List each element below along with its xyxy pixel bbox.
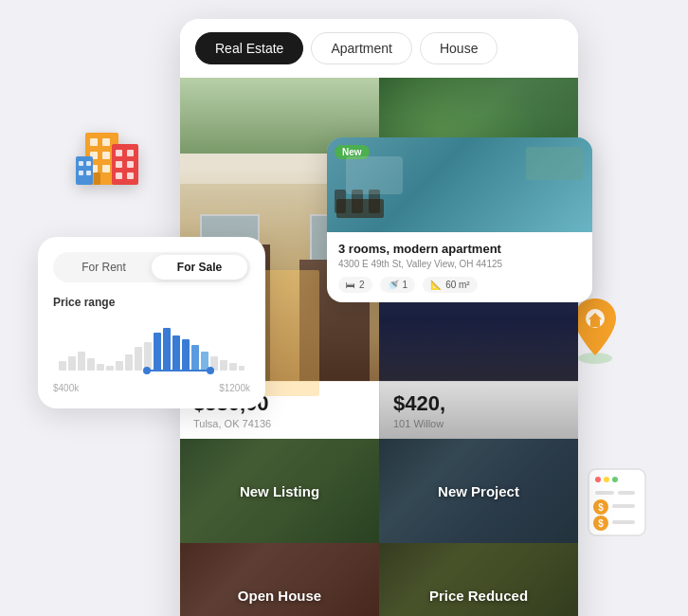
filter-tab-rent[interactable]: For Rent (56, 255, 152, 280)
bath-icon: 🚿 (388, 280, 399, 290)
svg-rect-42 (116, 361, 123, 371)
svg-rect-40 (97, 364, 104, 371)
svg-rect-48 (172, 335, 180, 371)
bath-count: 1 (403, 280, 408, 290)
svg-text:$: $ (598, 518, 604, 529)
svg-rect-13 (116, 172, 122, 179)
svg-rect-35 (612, 520, 635, 524)
price-range-label: Price range (53, 296, 250, 309)
ruler-icon: 📐 (430, 280, 442, 290)
svg-point-26 (604, 477, 609, 482)
svg-rect-36 (59, 361, 66, 371)
svg-rect-51 (201, 352, 208, 371)
feature-bed: 🛏 2 (338, 277, 372, 293)
area-value: 60 m² (445, 280, 470, 290)
category-new-project[interactable]: New Project (379, 439, 578, 543)
svg-rect-29 (618, 491, 635, 495)
feature-area: 📐 60 m² (423, 277, 478, 293)
svg-rect-1 (90, 138, 98, 146)
svg-rect-37 (68, 356, 76, 371)
svg-rect-15 (76, 156, 93, 185)
chart-label-max: $1200k (219, 383, 250, 393)
svg-rect-47 (163, 328, 171, 371)
svg-rect-28 (595, 491, 614, 495)
svg-rect-54 (229, 363, 237, 371)
svg-rect-39 (87, 358, 95, 371)
svg-rect-49 (182, 339, 190, 371)
category-new-listing[interactable]: New Listing (180, 439, 379, 543)
svg-rect-44 (135, 347, 142, 371)
svg-rect-45 (144, 342, 152, 371)
svg-rect-19 (86, 171, 91, 175)
listing-card-image: New (327, 137, 592, 232)
svg-rect-7 (94, 172, 100, 185)
svg-rect-2 (102, 138, 110, 146)
svg-rect-32 (612, 504, 635, 508)
category-label-4: Price Reduced (429, 588, 528, 604)
svg-rect-12 (127, 161, 134, 168)
svg-rect-38 (78, 352, 85, 371)
chart-labels: $400k $1200k (53, 383, 250, 393)
category-grid: New Listing New Project Open House Price… (180, 439, 578, 616)
svg-rect-46 (154, 333, 161, 371)
listing-info: 3 rooms, modern apartment 4300 E 49th St… (327, 232, 592, 302)
category-label-1: New Listing (240, 483, 319, 499)
building-icon (76, 114, 152, 202)
bed-count: 2 (359, 280, 365, 290)
category-label-3: Open House (238, 588, 321, 604)
filter-tabs: For Rent For Sale (53, 252, 250, 282)
svg-rect-10 (127, 150, 134, 156)
svg-text:$: $ (598, 502, 604, 513)
svg-rect-11 (116, 161, 122, 168)
chart-label-min: $400k (53, 383, 79, 393)
svg-point-27 (612, 477, 618, 482)
svg-rect-50 (191, 345, 199, 371)
svg-rect-4 (102, 152, 110, 159)
svg-rect-22 (590, 319, 600, 327)
svg-rect-16 (79, 161, 83, 166)
svg-rect-14 (127, 172, 134, 179)
svg-rect-41 (106, 366, 114, 371)
tab-apartment[interactable]: Apartment (311, 32, 412, 64)
svg-point-25 (595, 477, 601, 482)
filter-tab-sale[interactable]: For Sale (152, 255, 247, 280)
listing-features: 🛏 2 🚿 1 📐 60 m² (338, 277, 581, 293)
filter-card: For Rent For Sale Price range (38, 237, 265, 408)
listing-card: New 3 rooms, modern apartment 4300 E 49t… (327, 137, 592, 302)
listing-address: 4300 E 49th St, Valley View, OH 44125 (338, 259, 581, 269)
dollar-listings-icon: $ $ (584, 464, 650, 540)
listing-title: 3 rooms, modern apartment (338, 242, 581, 256)
svg-rect-17 (86, 161, 91, 166)
new-badge: New (335, 145, 370, 159)
tab-real-estate[interactable]: Real Estate (195, 32, 303, 64)
bed-icon: 🛏 (346, 280, 355, 290)
tab-house[interactable]: House (420, 32, 498, 64)
svg-rect-43 (125, 354, 133, 371)
svg-rect-55 (239, 366, 244, 371)
category-open-house[interactable]: Open House (180, 543, 379, 616)
svg-rect-9 (116, 150, 122, 156)
price-address-1: Tulsa, OK 74136 (193, 418, 366, 429)
category-label-2: New Project (438, 483, 519, 499)
category-price-reduced[interactable]: Price Reduced (379, 543, 578, 616)
price-chart (53, 318, 250, 375)
svg-rect-53 (220, 360, 227, 371)
svg-rect-6 (102, 165, 110, 172)
svg-rect-18 (79, 171, 83, 175)
tab-bar: Real Estate Apartment House (180, 19, 578, 78)
feature-bath: 🚿 1 (380, 277, 416, 293)
